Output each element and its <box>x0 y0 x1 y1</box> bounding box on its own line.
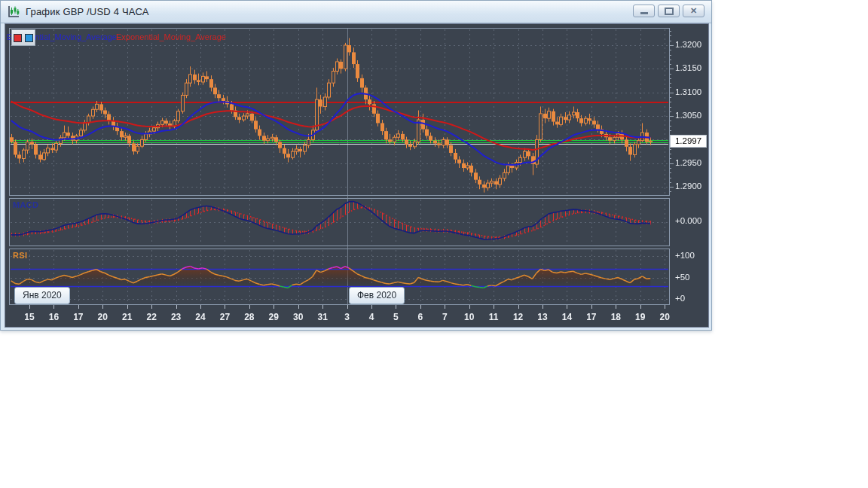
maximize-icon <box>665 8 674 15</box>
legend-color-buttons <box>11 29 35 46</box>
red-square-button[interactable] <box>14 34 22 42</box>
minimize-icon <box>640 12 648 14</box>
chart-window: График GBP /USD 4 ЧАСА ✕ Exponential_Mov… <box>0 0 712 331</box>
candlestick-chart-icon <box>7 5 20 19</box>
blue-square-button[interactable] <box>25 34 33 42</box>
close-button[interactable]: ✕ <box>683 5 704 17</box>
close-icon: ✕ <box>690 7 697 15</box>
titlebar[interactable]: График GBP /USD 4 ЧАСА ✕ <box>1 1 711 23</box>
desktop: График GBP /USD 4 ЧАСА ✕ Exponential_Mov… <box>0 0 868 488</box>
maximize-button[interactable] <box>658 5 680 17</box>
legend-ema-slow-label: Exponential_Moving_Average <box>116 32 226 41</box>
minimize-button[interactable] <box>633 5 655 17</box>
window-title: График GBP /USD 4 ЧАСА <box>26 6 149 17</box>
chart-client-area: Exponential_Moving_Average Exponential_M… <box>5 23 709 328</box>
chart-canvas[interactable] <box>5 24 708 327</box>
window-controls: ✕ <box>633 5 704 17</box>
